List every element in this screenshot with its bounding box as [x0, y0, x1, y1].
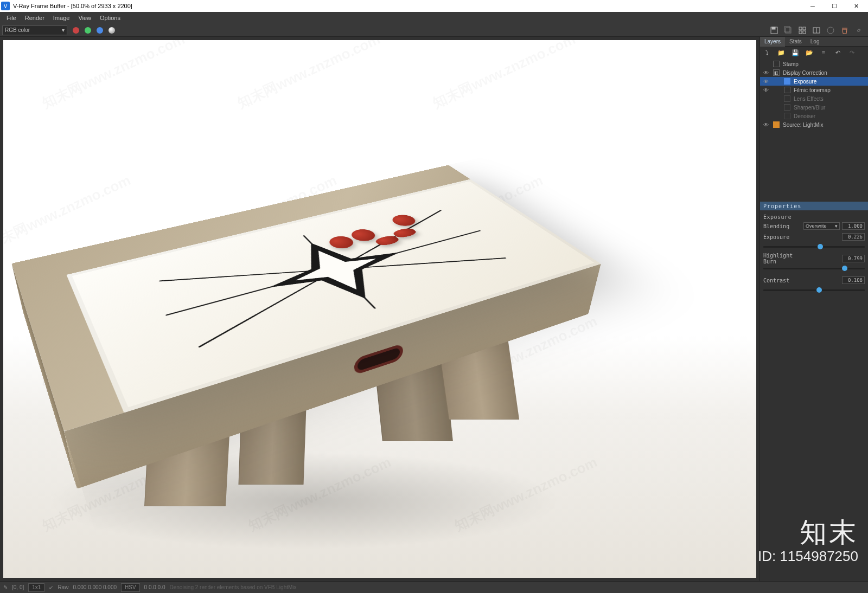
panel-toolbar: ⤵ 📁 💾 📂 ≡ ↶ ↷ [760, 47, 868, 59]
layer-filmic[interactable]: 👁Filmic tonemap [760, 86, 868, 94]
clear-icon[interactable] [838, 25, 851, 36]
contrast-slider[interactable] [763, 286, 865, 294]
save-icon[interactable] [768, 25, 781, 36]
mono-channel-dot[interactable] [108, 27, 115, 34]
svg-rect-4 [799, 27, 802, 30]
blending-amount[interactable]: 1.000 [842, 222, 865, 230]
properties-header: Properties [760, 202, 868, 210]
history-a-icon[interactable] [824, 25, 837, 36]
green-channel-dot[interactable] [85, 27, 91, 34]
link-icon[interactable] [852, 25, 865, 36]
svg-rect-1 [772, 27, 775, 29]
properties-group: Exposure [763, 212, 865, 221]
layer-stamp[interactable]: Stamp [760, 60, 868, 68]
svg-rect-6 [799, 31, 802, 34]
watermark: 知末网www.znzmo.com [39, 40, 188, 113]
layer-sharpen-blur[interactable]: Sharpen/Blur [760, 103, 868, 112]
svg-rect-7 [803, 31, 806, 34]
status-hsv-label[interactable]: HSV [121, 583, 140, 592]
channel-select[interactable]: RGB color▾ [2, 25, 67, 35]
title-bar: V V-Ray Frame Buffer - [50.0% of 2933 x … [0, 0, 868, 12]
svg-line-15 [304, 236, 375, 308]
zoom-ratio[interactable]: 1x1 [28, 583, 44, 592]
window-title: V-Ray Frame Buffer - [50.0% of 2933 x 22… [13, 3, 132, 9]
menu-options[interactable]: Options [95, 12, 125, 23]
close-button[interactable]: ✕ [845, 0, 867, 12]
layer-lens-effects[interactable]: Lens Effects [760, 94, 868, 103]
layer-display-correction[interactable]: 👁◧Display Correction [760, 68, 868, 77]
load-preset-icon[interactable]: 📂 [803, 47, 815, 58]
properties-panel: Exposure Blending Overwrite▾ 1.000 Expos… [760, 210, 868, 299]
folder-icon[interactable]: 📁 [775, 47, 787, 58]
save-preset-icon[interactable]: 💾 [789, 47, 801, 58]
compare-icon[interactable] [810, 25, 823, 36]
save-all-icon[interactable] [782, 25, 795, 36]
minimize-button[interactable]: ─ [802, 0, 824, 12]
app-logo: V [1, 2, 10, 10]
svg-point-10 [827, 27, 834, 34]
watermark: 知末网www.znzmo.com [234, 40, 383, 113]
red-channel-dot[interactable] [73, 27, 79, 34]
undo-icon[interactable]: ↶ [832, 47, 844, 58]
render-viewport[interactable]: 知末网www.znzmo.com 知末网www.znzmo.com 知末网www… [0, 37, 760, 581]
blending-label: Blending [763, 223, 801, 229]
status-message: Denoising 2 render elements based on VFB… [170, 584, 297, 590]
tab-layers[interactable]: Layers [760, 37, 785, 47]
maximize-button[interactable]: ☐ [824, 0, 845, 12]
exposure-label: Exposure [763, 234, 801, 240]
status-raw-values: 0.000 0.000 0.000 [73, 584, 117, 590]
tab-stats[interactable]: Stats [785, 37, 806, 47]
add-layer-icon[interactable]: ⤵ [761, 47, 773, 58]
blue-channel-dot[interactable] [97, 27, 103, 34]
highlight-value[interactable]: 0.799 [842, 255, 865, 262]
channel-value: RGB color [5, 27, 30, 33]
menu-image[interactable]: Image [49, 12, 74, 23]
menu-bar: File Render Image View Options [0, 12, 868, 24]
status-bar: ✎ [0, 0] 1x1 ↙ Raw 0.000 0.000 0.000 HSV… [0, 581, 868, 593]
redo-icon[interactable]: ↷ [846, 47, 858, 58]
menu-view[interactable]: View [74, 12, 95, 23]
svg-line-12 [167, 231, 480, 315]
region-render-icon[interactable] [796, 25, 809, 36]
status-raw-label: Raw [58, 584, 68, 590]
status-hsv-values: 0 0.0 0.0 [144, 584, 165, 590]
svg-marker-17 [279, 241, 397, 301]
layer-source[interactable]: 👁Source: LightMix [760, 120, 868, 129]
layers-tree: Stamp 👁◧Display Correction 👁Exposure 👁Fi… [760, 59, 868, 130]
layer-denoiser[interactable]: Denoiser [760, 112, 868, 120]
exposure-value[interactable]: 0.226 [842, 233, 865, 241]
blending-select[interactable]: Overwrite▾ [803, 222, 840, 230]
watermark: 知末网www.znzmo.com [430, 40, 578, 113]
exposure-slider[interactable] [763, 243, 865, 250]
menu-render[interactable]: Render [21, 12, 49, 23]
highlight-slider[interactable] [763, 265, 865, 272]
curve-icon[interactable]: ↙ [49, 584, 53, 590]
contrast-label: Contrast [763, 278, 801, 283]
main-toolbar: RGB color▾ [0, 24, 868, 37]
list-icon[interactable]: ≡ [818, 47, 829, 58]
menu-file[interactable]: File [2, 12, 21, 23]
render-image: 知末网www.znzmo.com 知末网www.znzmo.com 知末网www… [3, 40, 756, 578]
highlight-label: Highlight Burn [763, 253, 801, 265]
contrast-value[interactable]: 0.106 [842, 276, 865, 284]
layer-exposure[interactable]: 👁Exposure [760, 77, 868, 86]
pixel-probe-icon[interactable]: ✎ [3, 584, 8, 590]
tab-log[interactable]: Log [806, 37, 824, 47]
status-coords: [0, 0] [12, 584, 24, 590]
panel-tabs: Layers Stats Log [760, 37, 868, 47]
svg-rect-5 [803, 27, 806, 30]
side-panel: Layers Stats Log ⤵ 📁 💾 📂 ≡ ↶ ↷ Stamp 👁◧D… [760, 37, 868, 581]
